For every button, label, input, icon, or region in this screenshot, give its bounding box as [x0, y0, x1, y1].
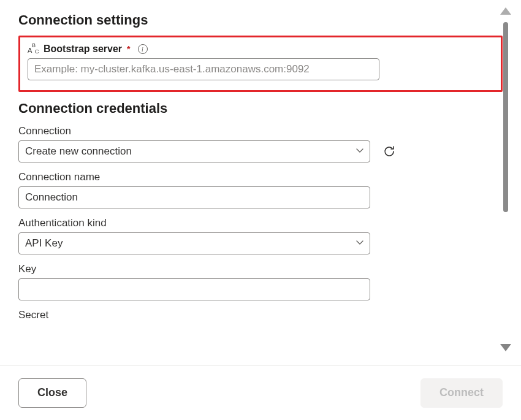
connection-name-label: Connection name: [18, 171, 503, 183]
connect-button[interactable]: Connect: [420, 378, 503, 408]
key-label: Key: [18, 263, 503, 275]
form-content: Connection settings C Bootstrap server *…: [0, 0, 521, 353]
authentication-kind-value: API Key: [25, 237, 63, 250]
secret-label: Secret: [18, 309, 503, 321]
connection-name-input[interactable]: [18, 186, 370, 208]
scroll-down-arrow[interactable]: [500, 344, 511, 351]
connection-row: Create new connection: [18, 140, 503, 162]
authentication-kind-wrapper: API Key: [18, 232, 370, 254]
refresh-icon: [382, 144, 397, 159]
text-type-icon: C: [28, 44, 40, 54]
scroll-thumb[interactable]: [503, 22, 508, 212]
key-input[interactable]: [18, 278, 370, 300]
connection-credentials-heading: Connection credentials: [18, 101, 503, 116]
connection-select-value: Create new connection: [25, 145, 132, 158]
close-button[interactable]: Close: [18, 378, 86, 408]
authentication-kind-label: Authentication kind: [18, 217, 503, 229]
bootstrap-server-highlight: C Bootstrap server * i: [18, 36, 503, 92]
scrollbar: [499, 7, 512, 351]
connection-select-wrapper: Create new connection: [18, 140, 370, 162]
dialog-footer: Close Connect: [0, 365, 521, 420]
bootstrap-server-label-row: C Bootstrap server * i: [28, 44, 493, 55]
authentication-kind-select[interactable]: API Key: [18, 232, 370, 254]
info-icon[interactable]: i: [138, 44, 148, 54]
bootstrap-server-input[interactable]: [28, 58, 379, 80]
required-indicator: *: [127, 44, 130, 54]
scroll-track[interactable]: [503, 22, 508, 337]
connection-label: Connection: [18, 125, 503, 137]
bootstrap-server-label: Bootstrap server: [44, 44, 122, 55]
connection-settings-heading: Connection settings: [18, 12, 503, 28]
scroll-up-arrow[interactable]: [500, 7, 511, 15]
refresh-button[interactable]: [381, 143, 397, 159]
connection-select[interactable]: Create new connection: [18, 140, 370, 162]
